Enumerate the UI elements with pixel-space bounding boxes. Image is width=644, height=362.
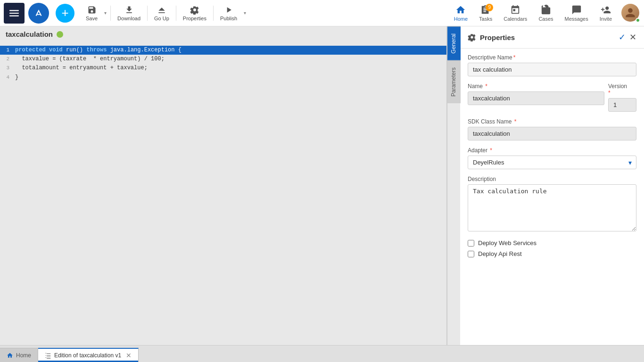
general-tab[interactable]: General — [447, 26, 461, 60]
deploy-web-label: Deploy Web Services — [478, 239, 537, 247]
code-container[interactable]: 1 protected void run() throws java.lang.… — [0, 42, 446, 345]
version-input[interactable] — [608, 98, 636, 112]
cases-icon — [541, 5, 551, 15]
deploy-api-row: Deploy Api Rest — [468, 250, 636, 257]
code-block: 1 protected void run() throws java.lang.… — [0, 42, 446, 86]
version-label: Version* — [608, 83, 636, 96]
save-button[interactable]: Save — [82, 3, 101, 23]
edition-tab-close-button[interactable]: ✕ — [124, 352, 132, 359]
properties-confirm-button[interactable]: ✓ — [619, 32, 626, 42]
properties-panel-icon — [468, 33, 476, 41]
avatar-button[interactable] — [621, 4, 640, 23]
name-version-row: Name * Version* — [468, 83, 636, 112]
bottom-tab-home[interactable]: Home — [0, 348, 38, 362]
parameters-tab[interactable]: Parameters — [447, 60, 461, 103]
adapter-select-wrapper: DeyelRules JavaAdapter ScriptAdapter ▾ — [468, 156, 636, 169]
deploy-api-checkbox[interactable] — [468, 251, 474, 257]
save-icon — [87, 5, 97, 15]
nav-calendars-button[interactable]: Calendars — [499, 3, 532, 24]
tasks-badge: 9 — [486, 4, 493, 11]
go-up-icon — [157, 5, 166, 15]
bottom-tab-edition[interactable]: Edition of taxcalculation v1 ✕ — [38, 348, 139, 362]
nav-home-button[interactable]: Home — [449, 3, 472, 24]
nav-cases-button[interactable]: Cases — [534, 3, 558, 24]
editor-title: taxcalculation — [6, 30, 53, 38]
editor-header: taxcalculation — [0, 26, 446, 42]
main-area: taxcalculation 1 protected void run() th… — [0, 26, 644, 345]
messages-icon — [571, 5, 582, 15]
download-button[interactable]: Download — [114, 3, 144, 23]
add-button[interactable]: + — [56, 4, 74, 23]
properties-title: Properties — [468, 33, 515, 41]
adapter-label: Adapter * — [468, 147, 636, 154]
properties-panel: Properties ✓ ✕ Descriptive Name* Name * — [460, 26, 644, 345]
toolbar-right: Home 9 Tasks Calendars Cases Messages In… — [449, 3, 640, 24]
name-label: Name * — [468, 83, 604, 90]
properties-button[interactable]: Properties — [179, 3, 210, 23]
sdk-class-label: SDK Class Name * — [468, 118, 636, 125]
adapter-group: Adapter * DeyelRules JavaAdapter ScriptA… — [468, 147, 636, 169]
description-textarea[interactable]: Tax calculation rule — [468, 184, 636, 231]
download-icon — [124, 5, 134, 15]
nav-invite-button[interactable]: Invite — [595, 3, 617, 24]
bottom-tab-bar: Home Edition of taxcalculation v1 ✕ — [0, 345, 644, 362]
home-tab-icon — [7, 352, 13, 359]
edition-tab-icon — [45, 352, 51, 359]
code-line-2: 2 taxvalue = (taxrate * entryamount) / 1… — [0, 55, 446, 64]
publish-button[interactable]: Publish — [216, 3, 241, 23]
sdk-class-group: SDK Class Name * — [468, 118, 636, 140]
divider-3 — [176, 6, 176, 21]
svg-rect-2 — [9, 15, 19, 16]
properties-close-button[interactable]: ✕ — [629, 32, 636, 42]
publish-icon — [224, 5, 233, 15]
toolbar-left: + Save ▾ Download Go Up Properties — [4, 3, 449, 24]
online-status-dot — [636, 18, 640, 23]
svg-rect-0 — [9, 10, 19, 11]
sidebar-toggle[interactable] — [4, 3, 25, 24]
deploy-web-checkbox[interactable] — [468, 240, 474, 247]
properties-body: Descriptive Name* Name * Version* — [460, 49, 644, 267]
version-group: Version* — [608, 83, 636, 112]
code-line-3: 3 totalamount = entryamount + taxvalue; — [0, 64, 446, 73]
side-tabs: General Parameters — [447, 26, 460, 345]
properties-icon — [190, 5, 199, 15]
calendars-icon — [510, 5, 520, 15]
logo-button[interactable] — [28, 3, 49, 24]
descriptive-name-label: Descriptive Name* — [468, 54, 636, 61]
name-input[interactable] — [468, 91, 604, 105]
divider-2 — [147, 6, 148, 21]
properties-header: Properties ✓ ✕ — [460, 26, 644, 49]
publish-dropdown-arrow[interactable]: ▾ — [243, 10, 247, 16]
adapter-select[interactable]: DeyelRules JavaAdapter ScriptAdapter — [468, 156, 636, 169]
invite-icon — [601, 5, 611, 15]
sdk-class-input[interactable] — [468, 127, 636, 140]
nav-tasks-button[interactable]: 9 Tasks — [474, 3, 497, 24]
add-icon: + — [61, 7, 68, 19]
descriptive-name-input[interactable] — [468, 63, 636, 76]
name-group: Name * — [468, 83, 604, 105]
code-line-1: 1 protected void run() throws java.lang.… — [0, 46, 446, 55]
main-toolbar: + Save ▾ Download Go Up Properties — [0, 0, 644, 26]
svg-rect-1 — [9, 12, 19, 13]
status-dot — [57, 31, 63, 38]
go-up-button[interactable]: Go Up — [150, 3, 173, 23]
save-dropdown-arrow[interactable]: ▾ — [103, 10, 107, 16]
deploy-api-label: Deploy Api Rest — [478, 250, 522, 257]
deploy-web-row: Deploy Web Services — [468, 239, 636, 247]
avatar-icon — [625, 7, 636, 18]
nav-messages-button[interactable]: Messages — [560, 3, 593, 24]
divider-1 — [110, 6, 111, 21]
description-group: Description Tax calculation rule — [468, 176, 636, 233]
descriptive-name-group: Descriptive Name* — [468, 54, 636, 76]
description-label: Description — [468, 176, 636, 182]
home-icon — [455, 5, 466, 15]
divider-4 — [213, 6, 214, 21]
code-line-4: 4 } — [0, 73, 446, 82]
properties-actions: ✓ ✕ — [619, 32, 636, 42]
editor-area: taxcalculation 1 protected void run() th… — [0, 26, 447, 345]
